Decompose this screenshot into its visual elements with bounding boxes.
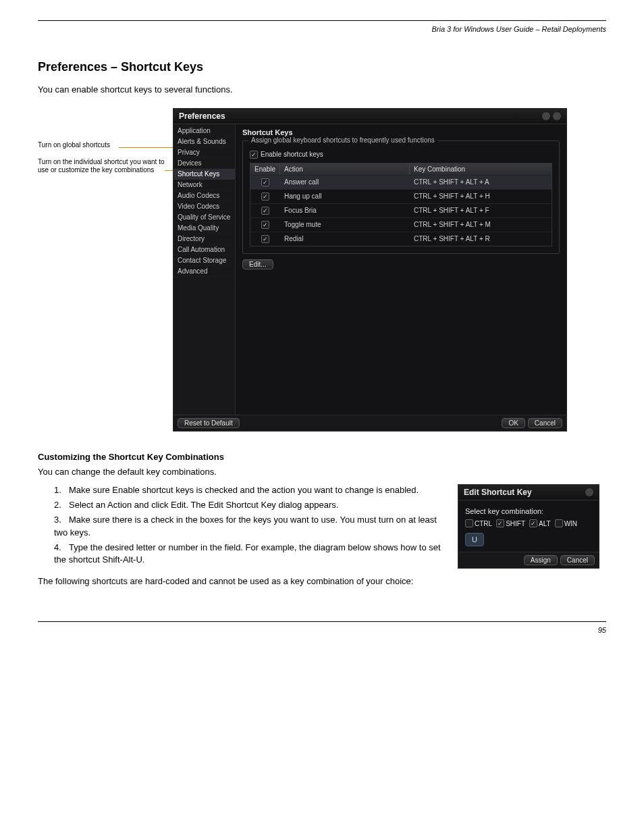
row-combo: CTRL + SHIFT + ALT + R [410,232,552,245]
step-4: Type the desired letter or number in the… [54,542,441,565]
sidebar-item-call-automation[interactable]: Call Automation [173,244,235,255]
edit-dialog-prompt: Select key combination: [465,507,592,515]
modifier-checkbox-shift[interactable]: ✓ [496,519,504,527]
modifier-label: SHIFT [506,520,525,527]
modifier-checkbox-alt[interactable]: ✓ [529,519,537,527]
callout-a: Turn on global shortcuts [38,141,159,149]
row-enable-checkbox[interactable]: ✓ [261,192,269,201]
sidebar-item-devices[interactable]: Devices [173,158,235,169]
table-row[interactable]: ✓RedialCTRL + SHIFT + ALT + R [250,232,552,246]
sidebar-item-quality-of-service[interactable]: Quality of Service [173,212,235,223]
row-enable-checkbox[interactable]: ✓ [261,207,269,215]
row-action: Redial [280,232,410,245]
table-row[interactable]: ✓Toggle muteCTRL + SHIFT + ALT + M [250,217,552,232]
sidebar-item-directory[interactable]: Directory [173,234,235,244]
customize-intro: You can change the default key combinati… [38,466,606,478]
reset-default-button[interactable]: Reset to Default [178,418,240,428]
row-enable-checkbox[interactable]: ✓ [261,235,269,243]
sidebar-item-video-codecs[interactable]: Video Codecs [173,201,235,212]
col-combo[interactable]: Key Combination [410,163,552,175]
row-action: Hang up call [280,190,410,203]
ok-button[interactable]: OK [502,418,525,428]
intro-paragraph: You can enable shortcut keys to several … [38,84,606,96]
modifier-label: CTRL [475,520,492,527]
preferences-sidebar: ApplicationAlerts & SoundsPrivacyDevices… [173,124,236,415]
close-icon[interactable] [585,488,593,496]
table-row[interactable]: ✓Focus BriaCTRL + SHIFT + ALT + F [250,203,552,217]
row-combo: CTRL + SHIFT + ALT + M [410,218,552,231]
row-combo: CTRL + SHIFT + ALT + A [410,176,552,188]
sidebar-item-contact-storage[interactable]: Contact Storage [173,255,235,266]
steps-list: 1.Make sure Enable shortcut keys is chec… [54,484,444,566]
edit-dialog-title: Edit Shortcut Key [464,488,532,497]
row-action: Answer call [280,176,410,188]
cancel-button[interactable]: Cancel [560,555,595,565]
sidebar-item-application[interactable]: Application [173,126,235,136]
preferences-title: Preferences [179,111,225,121]
enable-shortcuts-label: Enable shortcut keys [261,151,323,158]
sidebar-item-alerts-sounds[interactable]: Alerts & Sounds [173,136,235,147]
sidebar-item-privacy[interactable]: Privacy [173,147,235,158]
page-number: 95 [38,626,606,634]
step-1: Make sure Enable shortcut keys is checke… [69,485,419,495]
customize-heading: Customizing the Shortcut Key Combination… [38,452,606,462]
cancel-button[interactable]: Cancel [528,418,562,428]
row-enable-checkbox[interactable]: ✓ [261,221,269,229]
help-icon[interactable] [542,112,550,120]
shortcuts-table: Enable Action Key Combination ✓Answer ca… [250,163,552,246]
step-3: Make sure there is a check in the boxes … [54,515,437,537]
close-icon[interactable] [553,112,561,120]
sidebar-item-audio-codecs[interactable]: Audio Codecs [173,190,235,201]
section-title: Preferences – Shortcut Keys [38,60,606,74]
step-2: Select an Action and click Edit. The Edi… [69,500,338,510]
row-action: Toggle mute [280,218,410,231]
panel-title: Shortcut Keys [242,128,560,136]
modifier-label: ALT [539,520,551,527]
modifier-label: WIN [564,520,577,527]
enable-shortcuts-checkbox[interactable]: ✓ [250,151,258,159]
fieldset-legend: Assign global keyboard shortcuts to freq… [248,136,437,144]
assign-button[interactable]: Assign [524,555,558,565]
row-enable-checkbox[interactable]: ✓ [261,178,269,186]
sidebar-item-media-quality[interactable]: Media Quality [173,223,235,234]
sidebar-item-advanced[interactable]: Advanced [173,266,235,277]
sidebar-item-network[interactable]: Network [173,180,235,190]
edit-button[interactable]: Edit... [242,259,273,269]
sidebar-item-shortcut-keys[interactable]: Shortcut Keys [173,169,235,180]
note-paragraph: The following shortcuts are hard-coded a… [38,575,606,588]
modifier-checkbox-ctrl[interactable] [465,519,473,527]
preferences-window: Preferences ApplicationAlerts & SoundsPr… [173,108,567,432]
row-combo: CTRL + SHIFT + ALT + H [410,190,552,203]
modifier-checkbox-win[interactable] [555,519,563,527]
table-row[interactable]: ✓Answer callCTRL + SHIFT + ALT + A [250,175,552,189]
edit-shortcut-dialog: Edit Shortcut Key Select key combination… [458,484,599,569]
col-enable[interactable]: Enable [250,163,280,175]
callout-b: Turn on the individual shortcut you want… [38,158,165,174]
col-action[interactable]: Action [280,163,410,175]
header-right-text: Bria 3 for Windows User Guide – Retail D… [431,25,606,33]
table-row[interactable]: ✓Hang up callCTRL + SHIFT + ALT + H [250,189,552,203]
shortcut-char-input[interactable]: U [465,533,484,546]
row-combo: CTRL + SHIFT + ALT + F [410,204,552,217]
row-action: Focus Bria [280,204,410,217]
